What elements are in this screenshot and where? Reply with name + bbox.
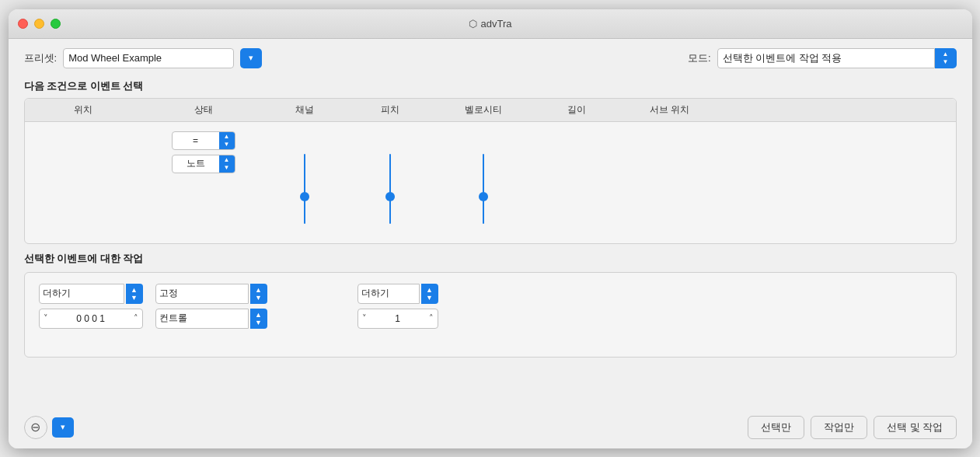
chevron-down-icon: ▾ <box>249 53 253 63</box>
bottom-right: 선택만 작업만 선택 및 작업 <box>748 416 956 439</box>
action-spinner-btn-2b[interactable]: ▲ ▼ <box>250 309 267 329</box>
action-spinner-btn-2a[interactable]: ▲ ▼ <box>250 284 267 304</box>
status-select-1[interactable]: = ▲ ▼ <box>172 131 235 150</box>
preset-dropdown-button[interactable]: ▾ <box>240 48 262 68</box>
minus-circle-icon: ⊖ <box>30 420 40 434</box>
status-cell: = ▲ ▼ 노트 ▲ ▼ <box>141 128 266 176</box>
velocity-thumb[interactable] <box>479 192 488 201</box>
action-col-2: 고정 ▲ ▼ 컨트롤 ▲ ▼ <box>149 281 274 332</box>
col-header-position: 위치 <box>25 99 141 121</box>
bottom-left: ⊖ ▾ <box>24 416 74 439</box>
col-header-status: 상태 <box>141 99 266 121</box>
num-row-4: ˅ 1 ˄ <box>357 309 438 329</box>
channel-cell <box>266 128 344 237</box>
action-select-2b[interactable]: 컨트롤 <box>155 309 249 329</box>
subpos-cell <box>623 128 717 134</box>
status-select-2[interactable]: 노트 ▲ ▼ <box>172 155 235 173</box>
pitch-thumb[interactable] <box>385 192 395 201</box>
num-value-4: 1 <box>371 313 425 324</box>
mode-input[interactable] <box>717 48 935 68</box>
action-col-3 <box>274 281 351 332</box>
col-header-length: 길이 <box>530 99 623 121</box>
increment-button-4[interactable]: ˄ <box>425 313 438 323</box>
down-arrow-icon[interactable]: ▼ <box>224 141 230 148</box>
bottom-dropdown-button[interactable]: ▾ <box>52 417 74 438</box>
down-icon-2a: ▼ <box>255 294 262 302</box>
status-value-1: = <box>173 135 219 146</box>
action-col-7 <box>631 281 724 332</box>
window-controls <box>18 19 61 29</box>
maximize-button[interactable] <box>51 19 61 29</box>
sel-only-button[interactable]: 선택만 <box>748 416 804 439</box>
channel-track <box>304 154 305 224</box>
up-icon-2a: ▲ <box>255 286 262 294</box>
action-col-1: 더하기 ▲ ▼ ˅ 0 0 0 1 ˄ <box>33 281 149 332</box>
up-arrow-icon[interactable]: ▲ <box>224 133 230 141</box>
mode-row: 모드: ▲▼ <box>688 48 957 68</box>
bottom-bar: ⊖ ▾ 선택만 작업만 선택 및 작업 <box>9 406 972 448</box>
sel-and-actions-button[interactable]: 선택 및 작업 <box>874 416 956 439</box>
velocity-track <box>483 154 484 224</box>
up-arrow-icon-2[interactable]: ▲ <box>224 156 230 164</box>
main-content: 프리셋: ▾ 모드: ▲▼ 다음 조건으로 이벤트 선택 <box>9 39 972 448</box>
velocity-cell <box>437 128 530 237</box>
status-spinner-1[interactable]: ▲ ▼ <box>219 131 235 150</box>
columns-area: 위치 상태 채널 피치 벨로시티 길이 서브 위치 = ▲ <box>24 98 957 244</box>
columns-body: = ▲ ▼ 노트 ▲ ▼ <box>25 122 956 243</box>
down-icon-4: ▼ <box>426 294 433 302</box>
preset-row: 프리셋: ▾ <box>24 48 263 68</box>
actions-section: 선택한 이벤트에 대한 작업 더하기 ▲ ▼ ˅ <box>9 252 972 358</box>
decrement-button-1[interactable]: ˅ <box>40 313 52 323</box>
col-header-pitch: 피치 <box>344 99 437 121</box>
up-icon: ▲ <box>131 286 138 294</box>
position-cell <box>25 128 141 134</box>
channel-slider[interactable] <box>304 150 305 228</box>
action-select-4[interactable]: 더하기 <box>357 284 420 304</box>
status-value-2: 노트 <box>173 157 219 170</box>
action-select-2a[interactable]: 고정 <box>155 284 249 304</box>
pitch-cell <box>344 128 437 237</box>
mode-chevron-icon: ▲▼ <box>943 51 949 66</box>
up-icon-2b: ▲ <box>255 311 262 319</box>
columns-header: 위치 상태 채널 피치 벨로시티 길이 서브 위치 <box>25 99 956 122</box>
pitch-slider[interactable] <box>389 150 391 228</box>
status-spinner-2[interactable]: ▲ ▼ <box>219 155 235 173</box>
action-col-4: 더하기 ▲ ▼ ˅ 1 ˄ <box>351 281 445 332</box>
action-select-row-4: 더하기 ▲ ▼ <box>357 284 438 304</box>
increment-button-1[interactable]: ˄ <box>130 313 142 323</box>
titlebar-title: ⬡ advTra <box>469 18 512 30</box>
col-header-velocity: 벨로시티 <box>437 99 530 121</box>
mode-label: 모드: <box>688 51 711 65</box>
close-button[interactable] <box>18 19 28 29</box>
app-title: advTra <box>481 18 512 30</box>
action-select-1a[interactable]: 더하기 <box>39 284 124 304</box>
actions-grid: 더하기 ▲ ▼ ˅ 0 0 0 1 ˄ <box>33 281 948 332</box>
mode-dropdown-button[interactable]: ▲▼ <box>935 48 957 68</box>
pitch-track <box>389 154 391 224</box>
preset-label: 프리셋: <box>24 51 58 65</box>
action-select-row-2a: 고정 ▲ ▼ <box>155 284 267 304</box>
action-spinner-btn-1a[interactable]: ▲ ▼ <box>126 284 143 304</box>
up-icon-4: ▲ <box>426 286 433 294</box>
action-spinner-btn-4[interactable]: ▲ ▼ <box>421 284 438 304</box>
action-col-5 <box>445 281 538 332</box>
action-col-6 <box>538 281 631 332</box>
actions-only-button[interactable]: 작업만 <box>811 416 867 439</box>
down-arrow-icon-2[interactable]: ▼ <box>224 164 230 172</box>
action-select-row-1: 더하기 ▲ ▼ <box>39 284 143 304</box>
titlebar: ⬡ advTra <box>9 9 972 39</box>
top-bar: 프리셋: ▾ 모드: ▲▼ <box>9 39 972 78</box>
decrement-button-4[interactable]: ˅ <box>358 313 371 323</box>
num-value-1: 0 0 0 1 <box>52 313 130 324</box>
event-section-label: 다음 조건으로 이벤트 선택 <box>9 79 972 98</box>
actions-label: 선택한 이벤트에 대한 작업 <box>9 252 972 272</box>
minimize-button[interactable] <box>34 19 44 29</box>
main-window: ⬡ advTra 프리셋: ▾ 모드: ▲▼ <box>9 9 972 448</box>
velocity-slider[interactable] <box>483 150 484 228</box>
col-header-channel: 채널 <box>266 99 344 121</box>
action-select-row-2b: 컨트롤 ▲ ▼ <box>155 309 267 329</box>
mode-select-container: ▲▼ <box>717 48 957 68</box>
channel-thumb[interactable] <box>300 192 309 201</box>
remove-button[interactable]: ⊖ <box>24 416 47 439</box>
preset-input[interactable] <box>63 48 234 68</box>
